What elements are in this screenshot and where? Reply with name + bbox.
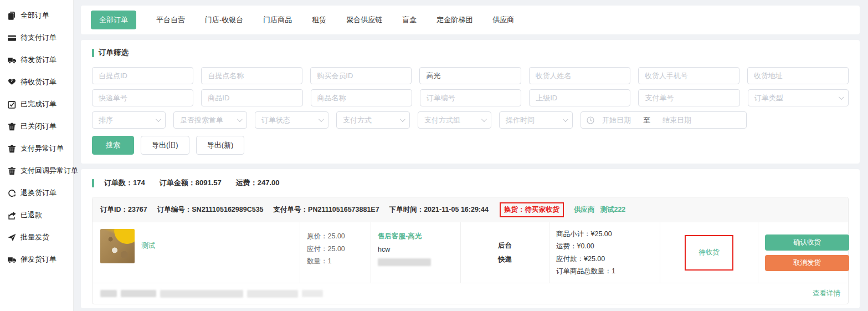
after-sales-service-link[interactable]: 售后客服-高光 [378,230,454,243]
tab-supply-chain[interactable]: 聚合供应链 [346,15,382,25]
order-type-select-label: 订单类型 [754,93,783,103]
redacted-block [247,290,298,298]
pickup-point-name-input[interactable] [201,67,302,84]
product-name-link[interactable]: 测试 [141,241,155,251]
filter-actions: 搜索 导出(旧) 导出(新) [92,136,849,155]
redacted-address [100,290,323,298]
truck-icon [8,56,16,64]
view-detail-link[interactable]: 查看详情 [813,289,840,298]
sort-select[interactable]: 排序 [92,111,166,129]
tracking-number-input[interactable] [92,89,193,106]
product-image[interactable] [100,229,135,263]
send-icon [8,233,16,242]
green-accent-bar [92,49,94,57]
order-filter-panel: 订单筛选 订单类型 排序 [81,40,860,164]
tab-store-cashier[interactable]: 门店-收银台 [205,15,243,25]
supplier-info: 供应商 测试222 [574,205,625,215]
delivery-channel: 后台 [498,239,512,253]
sidebar-item-pending-payment[interactable]: 待支付订单 [8,27,73,49]
sidebar-item-pending-shipment[interactable]: 待发货订单 [8,49,73,71]
sidebar-item-label: 全部订单 [20,11,49,21]
tab-deposit-group[interactable]: 定金阶梯团 [436,15,472,25]
sidebar-item-callback-exception[interactable]: 支付回调异常订单 [8,160,73,182]
sidebar-item-pending-receipt[interactable]: 待收货订单 [8,71,73,93]
sidebar-item-urge-shipment[interactable]: 催发货订单 [8,248,73,271]
supplier-label: 供应商 [574,205,595,215]
sidebar-item-label: 待支付订单 [20,33,57,43]
confirm-receipt-button[interactable]: 确认收货 [765,234,849,251]
delivery-method: 快递 [498,253,512,267]
product-cell: 测试 [93,222,300,283]
sidebar-item-label: 待发货订单 [20,55,57,65]
filter-row-1 [92,67,849,84]
order-number: 订单编号：SN211105162989C535 [157,205,264,215]
payment-number-input[interactable] [638,89,739,106]
receiver-address-input[interactable] [747,67,849,84]
check-square-icon [8,100,16,109]
chevron-down-icon [319,116,324,122]
tab-platform-self[interactable]: 平台自营 [156,15,185,25]
order-card: 订单ID：23767 订单编号：SN211105162989C535 支付单号：… [92,197,849,304]
filter-row-3: 排序 是否搜索首单 订单状态 支付方式 支付方式组 操作时间 [92,111,849,129]
sidebar-item-label: 支付异常订单 [20,144,64,154]
pickup-point-id-input[interactable] [92,67,193,84]
redacted-block [160,290,243,298]
operate-time-select[interactable]: 操作时间 [499,111,573,129]
filter-title: 订单筛选 [92,48,849,58]
sidebar-item-all-orders[interactable]: 全部订单 [8,4,73,27]
tab-all-orders[interactable]: 全部订单 [91,11,136,29]
order-status-badge: 待收货 [698,248,720,257]
payment-method-select[interactable]: 支付方式 [336,111,410,129]
tab-supplier[interactable]: 供应商 [492,15,514,25]
sidebar-item-batch-ship[interactable]: 批量发货 [8,226,73,248]
receiver-name-input[interactable] [529,67,630,84]
cancel-shipment-button[interactable]: 取消发货 [765,255,849,271]
payment-method-group-select[interactable]: 支付方式组 [418,111,491,129]
receiver-phone-input[interactable] [638,67,739,84]
buyer-member-id-input[interactable] [310,67,412,84]
order-card-body: 测试 原价：25.00 应付：25.00 数量：1 售后客服-高光 hcw 后台… [93,222,848,283]
sidebar-item-label: 批量发货 [20,232,49,242]
card-icon [8,34,16,42]
start-date-placeholder[interactable]: 开始日期 [602,115,631,125]
shipping-fee-total: 运费：247.00 [236,178,280,188]
order-card-footer: 查看详情 [93,283,848,304]
sidebar-item-completed[interactable]: 已完成订单 [8,93,73,115]
orders-summary: 订单数：174 订单金额：8091.57 运费：247.00 [92,178,849,188]
search-button[interactable]: 搜索 [92,136,134,155]
parent-id-input[interactable] [529,89,630,106]
chevron-down-icon [400,116,405,122]
order-status-select[interactable]: 订单状态 [255,111,328,129]
tab-store-goods[interactable]: 门店商品 [263,15,292,25]
date-range-picker[interactable]: 开始日期 至 结束日期 [581,111,747,129]
customer-cell: 售后客服-高光 hcw [371,222,460,283]
sidebar-item-label: 已完成订单 [20,99,57,109]
order-count: 订单数：174 [104,178,145,188]
price-cell: 原价：25.00 应付：25.00 数量：1 [300,222,371,283]
member-nickname-input[interactable] [419,67,521,84]
subtotal: 商品小计：¥25.00 [556,228,653,240]
order-results-panel: 订单数：174 订单金额：8091.57 运费：247.00 订单ID：2376… [81,169,860,308]
supplier-name[interactable]: 测试222 [600,205,625,215]
sidebar-item-payment-exception[interactable]: 支付异常订单 [8,137,73,160]
refresh-icon [8,189,16,197]
first-order-select[interactable]: 是否搜索首单 [173,111,247,129]
sidebar-item-refunded[interactable]: 已退款 [8,204,73,226]
sidebar-item-closed[interactable]: 已关闭订单 [8,115,73,137]
filter-row-2: 订单类型 [92,89,849,106]
order-type-select[interactable]: 订单类型 [748,89,849,106]
export-old-button[interactable]: 导出(旧) [141,136,189,155]
sidebar-item-returns[interactable]: 退换货订单 [8,182,73,204]
order-number-input[interactable] [420,89,521,106]
product-name-input[interactable] [311,89,412,106]
export-new-button[interactable]: 导出(新) [196,136,245,155]
tab-lease[interactable]: 租赁 [312,15,326,25]
delivery-cell: 后台 快递 [460,222,549,283]
chevron-down-icon [839,94,844,100]
copy-icon [8,12,16,20]
tab-blind-box[interactable]: 盲盒 [402,15,417,25]
end-date-placeholder[interactable]: 结束日期 [662,115,691,125]
product-id-input[interactable] [201,89,302,106]
truck-icon [8,256,16,264]
customer-name: hcw [378,243,454,257]
